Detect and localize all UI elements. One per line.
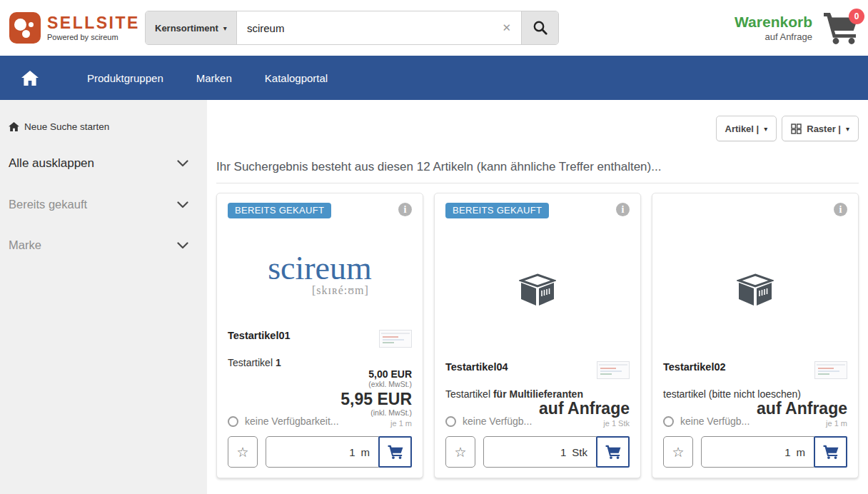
new-search-label: Neue Suche starten <box>24 121 109 132</box>
product-image-area: scireum [skɪʀé:ʊm] <box>228 220 412 330</box>
price-incl: 5,95 EUR <box>228 390 412 408</box>
artikel-label: Artikel | <box>725 123 760 134</box>
unit-label: m <box>361 446 370 458</box>
product-image-area <box>445 220 630 361</box>
scireum-pronunciation: [skɪʀé:ʊm] <box>268 284 372 297</box>
raster-dropdown-button[interactable]: Raster | ▾ <box>782 116 859 141</box>
favorite-button[interactable]: ☆ <box>228 436 258 468</box>
product-thumbnail <box>814 361 847 379</box>
product-logo: scireum [skɪʀé:ʊm] <box>268 253 372 297</box>
availability-status: keine Verfügb... <box>663 415 750 427</box>
product-title[interactable]: Testartikel01 <box>228 330 291 341</box>
filter-sidebar: Neue Suche starten Alle ausklappen Berei… <box>0 100 207 494</box>
expand-all-label: Alle ausklappen <box>9 156 94 171</box>
filter-label: Marke <box>9 238 41 252</box>
new-search-link[interactable]: Neue Suche starten <box>7 113 200 141</box>
cart-count-badge: 0 <box>849 9 864 24</box>
price-excl: 5,00 EUR <box>228 368 412 380</box>
chevron-down-icon <box>177 201 188 208</box>
product-description: testartikel (bitte nicht loeschen) <box>663 388 847 400</box>
product-thumbnail <box>597 361 630 379</box>
star-icon: ☆ <box>236 445 248 460</box>
nav-item-produktgruppen[interactable]: Produktgruppen <box>87 72 163 84</box>
brand-logo[interactable]: SELLSITE Powered by scireum <box>9 12 145 44</box>
availability-label: keine Verfügb... <box>463 415 532 427</box>
availability-label: keine Verfügbarkeit... <box>245 415 339 427</box>
availability-icon <box>663 416 674 427</box>
info-icon[interactable]: i <box>398 203 412 216</box>
favorite-button[interactable]: ☆ <box>445 436 475 468</box>
add-to-cart-button[interactable] <box>814 436 847 468</box>
product-box-icon <box>737 273 774 308</box>
cart-title: Warenkorb <box>735 14 812 30</box>
quantity-field: m <box>266 436 381 468</box>
main-content: Artikel | ▾ Raster | ▾ Ihr Suchergebnis … <box>207 100 868 494</box>
search-button[interactable] <box>521 11 558 44</box>
chevron-down-icon: ▾ <box>223 24 227 32</box>
quantity-input[interactable] <box>533 446 566 458</box>
product-grid: BEREITS GEKAUFT i scireum [skɪʀé:ʊm] <box>216 193 859 478</box>
chevron-down-icon: ▾ <box>764 125 767 133</box>
star-icon: ☆ <box>672 445 684 460</box>
info-icon[interactable]: i <box>834 203 847 216</box>
star-icon: ☆ <box>454 445 466 460</box>
add-to-cart-button[interactable] <box>596 436 630 468</box>
cart-icon <box>388 445 403 459</box>
nav-item-marken[interactable]: Marken <box>196 72 232 84</box>
purchased-badge: BEREITS GEKAUFT <box>445 203 549 218</box>
header: SELLSITE Powered by scireum Kernsortimen… <box>0 0 868 56</box>
quantity-input[interactable] <box>323 446 355 458</box>
product-description: Testartikel 1 <box>228 357 412 368</box>
scireum-wordmark: scireum <box>268 253 372 283</box>
divider <box>216 183 859 183</box>
search-icon <box>533 20 548 36</box>
cart-icon <box>605 445 621 459</box>
filter-marke[interactable]: Marke <box>7 231 200 259</box>
product-title[interactable]: Testartikel02 <box>663 361 726 373</box>
grid-view-icon <box>791 123 802 134</box>
chevron-down-icon <box>177 160 188 167</box>
product-title[interactable]: Testartikel04 <box>445 361 508 373</box>
home-icon <box>9 122 19 131</box>
favorite-button[interactable]: ☆ <box>663 436 693 468</box>
chevron-down-icon: ▾ <box>846 125 849 133</box>
product-card: BEREITS GEKAUFT i scireum [skɪʀé:ʊm] <box>216 193 423 478</box>
product-image-area <box>663 220 847 361</box>
search-input[interactable] <box>237 11 493 44</box>
price-excl-note: (exkl. MwSt.) <box>228 380 412 389</box>
quantity-field: Stk <box>483 436 599 468</box>
unit-label: Stk <box>572 446 587 458</box>
home-icon <box>21 71 39 86</box>
results-summary: Ihr Suchergebnis besteht aus diesen 12 A… <box>216 160 859 174</box>
raster-label: Raster | <box>807 123 841 134</box>
nav-home-link[interactable] <box>21 71 54 86</box>
expand-all-toggle[interactable]: Alle ausklappen <box>7 149 200 178</box>
main-navigation: Produktgruppen Marken Katalogportal <box>0 56 868 100</box>
price-standard: 5,00 EUR (exkl. MwSt.) 5,95 EUR (inkl. M… <box>228 368 412 418</box>
sellsite-logo-icon <box>9 12 41 44</box>
purchased-badge: BEREITS GEKAUFT <box>228 203 331 218</box>
quantity-field: m <box>701 436 817 468</box>
quantity-input[interactable] <box>758 446 791 458</box>
availability-status: keine Verfügb... <box>445 415 532 427</box>
nav-item-katalogportal[interactable]: Katalogportal <box>265 72 328 84</box>
add-to-cart-button[interactable] <box>378 436 412 468</box>
product-card: BEREITS GEKAUFT i Testartikel04 <box>434 193 641 478</box>
product-card: i Testartikel02 <box>652 193 859 478</box>
info-icon[interactable]: i <box>616 203 630 216</box>
cart-link[interactable]: Warenkorb auf Anfrage 0 <box>735 11 859 44</box>
availability-icon <box>228 416 238 427</box>
artikel-dropdown-button[interactable]: Artikel | ▾ <box>716 116 777 141</box>
brand-name: SELLSITE <box>47 15 140 31</box>
filter-label: Bereits gekauft <box>9 198 87 211</box>
cart-subtitle: auf Anfrage <box>735 31 812 42</box>
search-scope-dropdown[interactable]: Kernsortiment ▾ <box>146 11 237 44</box>
brand-tagline: Powered by scireum <box>47 33 140 41</box>
view-toolbar: Artikel | ▾ Raster | ▾ <box>216 116 859 141</box>
product-box-icon <box>519 273 556 308</box>
availability-label: keine Verfügb... <box>680 415 750 427</box>
filter-bereits-gekauft[interactable]: Bereits gekauft <box>7 191 200 218</box>
chevron-down-icon <box>177 242 188 249</box>
clear-search-button[interactable]: ✕ <box>492 11 521 44</box>
cart-icon <box>823 445 839 459</box>
